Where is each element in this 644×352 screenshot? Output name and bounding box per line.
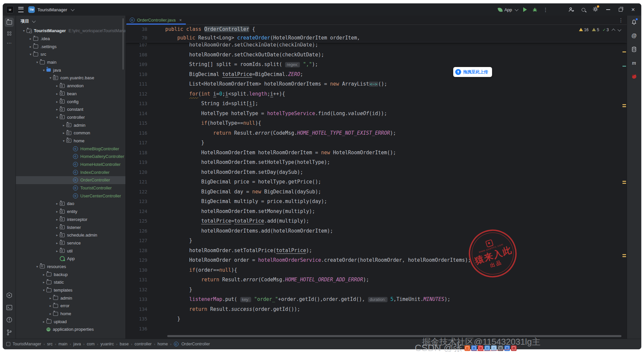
tree-item-common[interactable]: ▸common [16,129,125,137]
chevron-right-icon[interactable]: ▸ [54,241,60,245]
chevron-down-icon[interactable]: ▾ [48,76,53,80]
chevron-right-icon[interactable]: ▸ [61,131,66,135]
tree-item-dao[interactable]: ▸dao [16,200,125,208]
tree-item-schedule.admin[interactable]: ▸schedule.admin [16,231,125,239]
project-widget[interactable]: TM TouristManager [28,6,74,13]
chevron-down-icon[interactable]: ▾ [41,288,46,292]
run-button[interactable] [523,7,527,12]
tree-item-application.properties[interactable]: application.properties [16,325,125,333]
tree-item-listener[interactable]: ▸listener [16,223,125,231]
chevron-right-icon[interactable]: ▸ [54,210,60,213]
tree-item-templates[interactable]: ▾templates [16,286,125,294]
minimize-button[interactable] [606,9,610,10]
ai-assistant-icon[interactable]: @ [630,32,638,40]
horizontal-scrollbar[interactable] [167,335,621,337]
chevron-down-icon[interactable]: ▾ [35,60,40,64]
maximize-button[interactable] [619,8,622,12]
chevron-right-icon[interactable]: ▸ [61,123,66,127]
tree-item-resources[interactable]: ▾resources [16,263,125,271]
error-stripe-mark[interactable] [622,66,626,67]
more-tool-windows-icon[interactable]: ⋯ [7,40,12,46]
tree-item-com.yuanlrc.base[interactable]: ▾com.yuanlrc.base [16,74,125,82]
chevron-right-icon[interactable]: ▸ [54,84,60,88]
chevron-right-icon[interactable]: ▸ [28,45,33,48]
tree-item-admin[interactable]: ▸admin [16,294,125,302]
tree-item-main[interactable]: ▾main [16,58,125,66]
error-stripe-mark[interactable] [622,181,626,182]
tree-item-annotion[interactable]: ▸annotion [16,82,125,90]
tab-options-icon[interactable]: ⋮ [618,17,623,23]
tree-item-interceptor[interactable]: ▸interceptor [16,216,125,224]
chevron-right-icon[interactable]: ▸ [48,304,53,308]
chevron-right-icon[interactable]: ▸ [54,202,60,205]
chevron-right-icon[interactable]: ▸ [54,107,60,111]
tree-item-controller[interactable]: ▾controller [16,113,125,121]
tree-item-service[interactable]: ▸service [16,239,125,247]
chevron-right-icon[interactable]: ▸ [54,92,60,96]
project-tool-window-button[interactable] [5,18,14,27]
search-icon[interactable] [582,8,585,12]
tree-item-OrderController[interactable]: COrderController [16,176,125,184]
add-user-icon[interactable] [568,7,574,12]
problems-tool-window-button[interactable] [6,317,13,323]
services-tool-window-button[interactable] [6,292,13,299]
chevron-right-icon[interactable]: ▸ [54,233,60,237]
tree-item-App[interactable]: App [16,255,125,263]
inspections-widget[interactable]: 16 5 ✓3 [579,28,621,32]
notifications-bell-icon[interactable] [630,18,638,26]
tree-item-src[interactable]: ▾src [16,50,125,58]
tree-item-HomeGalleryController[interactable]: CHomeGalleryController [16,153,125,161]
next-problem-icon[interactable] [617,28,621,31]
chevron-right-icon[interactable]: ▸ [48,296,53,300]
chevron-right-icon[interactable]: ▸ [54,218,60,221]
chevron-right-icon[interactable]: ▸ [54,100,60,104]
error-stripe-mark[interactable] [622,106,626,107]
tab-close-icon[interactable]: × [179,18,182,23]
prev-problem-icon[interactable] [611,29,615,32]
tree-item-entity[interactable]: ▸entity [16,208,125,216]
tree-item-home[interactable]: ▾home [16,137,125,145]
chevron-right-icon[interactable]: ▸ [41,273,46,276]
chevron-right-icon[interactable]: ▸ [48,312,53,316]
error-stripe-mark[interactable] [622,254,626,255]
tree-item-java[interactable]: ▾java [16,66,125,74]
breadcrumb-item-main[interactable]: main [58,342,67,346]
tree-item-UserCenterController[interactable]: CUserCenterController [16,192,125,200]
upload-overlay-button[interactable]: 拖拽至此上传 [453,67,492,77]
error-stripe-mark[interactable] [622,183,626,184]
error-stripe-mark[interactable] [622,104,626,105]
tree-item-admin[interactable]: ▸admin [16,121,125,129]
breadcrumb-item-TouristManager[interactable]: TouristManager [13,342,41,346]
run-configuration-select[interactable]: App [498,7,518,12]
chevron-right-icon[interactable]: ▸ [41,320,46,323]
chevron-down-icon[interactable]: ▾ [41,68,46,72]
debug-button[interactable] [532,7,537,12]
breadcrumb-item-home[interactable]: home [158,342,168,346]
chevron-right-icon[interactable]: ▸ [54,249,60,253]
tree-item-constant[interactable]: ▸constant [16,106,125,113]
chevron-right-icon[interactable]: ▸ [41,280,46,284]
database-icon[interactable] [630,45,638,53]
tree-item-.idea[interactable]: ▸.idea [16,35,125,43]
error-stripe-mark[interactable] [622,51,626,52]
tree-item-upload[interactable]: ▸upload [16,317,125,325]
chevron-down-icon[interactable]: ▾ [35,265,40,268]
terminal-tool-window-button[interactable] [6,305,13,311]
maven-icon[interactable]: m [630,59,638,67]
tree-item-HomeBlogController[interactable]: CHomeBlogController [16,145,125,153]
tree-item-TouristController[interactable]: CTouristController [16,184,125,192]
main-menu-icon[interactable] [18,7,24,12]
tree-item-home[interactable]: ▸home [16,310,125,318]
chevron-right-icon[interactable]: ▸ [54,226,60,229]
tree-item-config[interactable]: ▸config [16,98,125,106]
code-editor[interactable]: 38public class OrderController {70public… [126,25,627,339]
tree-item-HomeHotelController[interactable]: CHomeHotelController [16,161,125,169]
breadcrumb-item-src[interactable]: src [47,342,53,346]
chevron-right-icon[interactable]: ▸ [28,37,33,40]
chevron-down-icon[interactable]: ▾ [28,52,33,56]
tree-item-error[interactable]: ▸error [16,302,125,310]
breadcrumb-item-controller[interactable]: controller [135,342,152,346]
project-panel-header[interactable]: 项目 [16,16,125,27]
git-tool-window-button[interactable] [6,329,12,336]
tree-item-bean[interactable]: ▸bean [16,90,125,98]
